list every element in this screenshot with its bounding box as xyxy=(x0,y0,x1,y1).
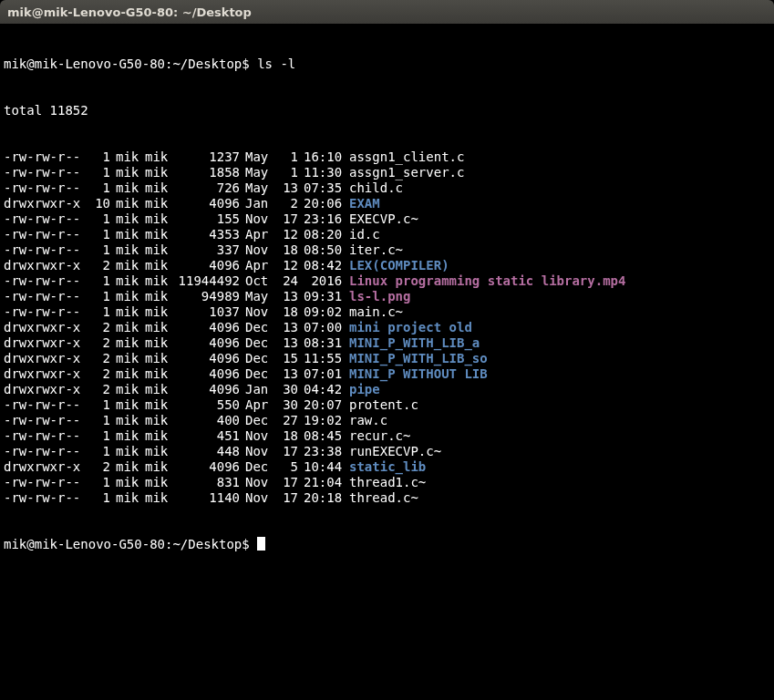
link-count: 1 xyxy=(86,227,110,242)
time: 07:01 xyxy=(304,366,349,382)
filename: id.c xyxy=(349,227,380,242)
file-row: drwxrwxr-x2mikmik4096Dec1308:31MINI_P_WI… xyxy=(4,335,770,351)
time: 08:45 xyxy=(304,428,349,444)
day: 17 xyxy=(274,211,298,227)
perm: -rw-rw-r-- xyxy=(4,165,86,180)
month: Nov xyxy=(245,304,274,320)
size: 550 xyxy=(174,397,240,413)
perm: drwxrwxr-x xyxy=(4,351,86,366)
time: 21:04 xyxy=(304,475,349,490)
size: 4096 xyxy=(174,335,240,351)
group: mik xyxy=(145,459,174,475)
filename: assgn1_client.c xyxy=(349,149,464,165)
perm: -rw-rw-r-- xyxy=(4,428,86,444)
time: 08:42 xyxy=(304,258,349,273)
filename: iter.c~ xyxy=(349,242,403,258)
group: mik xyxy=(145,475,174,490)
size: 1858 xyxy=(174,165,240,180)
size: 4096 xyxy=(174,382,240,397)
perm: -rw-rw-r-- xyxy=(4,444,86,459)
month: Oct xyxy=(245,273,274,289)
size: 448 xyxy=(174,444,240,459)
time: 11:30 xyxy=(304,165,349,180)
perm: drwxrwxr-x xyxy=(4,320,86,335)
day: 13 xyxy=(274,320,298,335)
size: 1037 xyxy=(174,304,240,320)
owner: mik xyxy=(116,196,145,211)
month: Apr xyxy=(245,397,274,413)
file-row: -rw-rw-r--1mikmik451Nov1808:45recur.c~ xyxy=(4,428,770,444)
filename: thread1.c~ xyxy=(349,475,426,490)
filename: LEX(COMPILER) xyxy=(349,258,449,273)
filename: pipe xyxy=(349,382,380,397)
link-count: 1 xyxy=(86,397,110,413)
link-count: 10 xyxy=(86,196,110,211)
size: 451 xyxy=(174,428,240,444)
prompt: mik@mik-Lenovo-G50-80:~/Desktop$ xyxy=(4,57,250,72)
owner: mik xyxy=(116,382,145,397)
window-title: mik@mik-Lenovo-G50-80: ~/Desktop xyxy=(7,5,252,19)
group: mik xyxy=(145,149,174,165)
month: May xyxy=(245,149,274,165)
day: 13 xyxy=(274,335,298,351)
owner: mik xyxy=(116,320,145,335)
day: 12 xyxy=(274,258,298,273)
day: 17 xyxy=(274,444,298,459)
month: Apr xyxy=(245,227,274,242)
owner: mik xyxy=(116,444,145,459)
file-row: drwxrwxr-x2mikmik4096Dec1307:00mini proj… xyxy=(4,320,770,335)
filename: recur.c~ xyxy=(349,428,410,444)
perm: -rw-rw-r-- xyxy=(4,149,86,165)
link-count: 1 xyxy=(86,304,110,320)
cursor[interactable] xyxy=(257,537,265,551)
filename: Linux programming static library.mp4 xyxy=(349,273,625,289)
time: 08:31 xyxy=(304,335,349,351)
prompt-line-empty: mik@mik-Lenovo-G50-80:~/Desktop$ xyxy=(4,537,770,552)
day: 1 xyxy=(274,149,298,165)
terminal-body[interactable]: mik@mik-Lenovo-G50-80:~/Desktop$ ls -l t… xyxy=(0,24,774,700)
filename: child.c xyxy=(349,180,403,196)
owner: mik xyxy=(116,397,145,413)
perm: -rw-rw-r-- xyxy=(4,180,86,196)
link-count: 1 xyxy=(86,490,110,506)
link-count: 2 xyxy=(86,459,110,475)
link-count: 2 xyxy=(86,351,110,366)
month: Nov xyxy=(245,211,274,227)
month: May xyxy=(245,289,274,304)
size: 11944492 xyxy=(174,273,240,289)
owner: mik xyxy=(116,428,145,444)
month: Dec xyxy=(245,320,274,335)
perm: drwxrwxr-x xyxy=(4,335,86,351)
size: 4096 xyxy=(174,258,240,273)
link-count: 2 xyxy=(86,258,110,273)
file-row: -rw-rw-r--1mikmik1237May116:10assgn1_cli… xyxy=(4,149,770,165)
perm: drwxrwxr-x xyxy=(4,258,86,273)
size: 1140 xyxy=(174,490,240,506)
perm: drwxrwxr-x xyxy=(4,382,86,397)
time: 07:35 xyxy=(304,180,349,196)
day: 13 xyxy=(274,180,298,196)
month: May xyxy=(245,180,274,196)
day: 30 xyxy=(274,397,298,413)
total-value: total 11852 xyxy=(4,103,88,118)
group: mik xyxy=(145,289,174,304)
time: 20:18 xyxy=(304,490,349,506)
time: 23:38 xyxy=(304,444,349,459)
file-row: -rw-rw-r--1mikmik400Dec2719:02raw.c xyxy=(4,413,770,428)
link-count: 2 xyxy=(86,335,110,351)
owner: mik xyxy=(116,366,145,382)
perm: -rw-rw-r-- xyxy=(4,289,86,304)
file-row: drwxrwxr-x2mikmik4096Dec1307:01MINI_P WI… xyxy=(4,366,770,382)
owner: mik xyxy=(116,165,145,180)
file-row: drwxrwxr-x2mikmik4096Dec510:44static_lib xyxy=(4,459,770,475)
filename: static_lib xyxy=(349,459,426,475)
time: 08:50 xyxy=(304,242,349,258)
group: mik xyxy=(145,428,174,444)
file-row: -rw-rw-r--1mikmik1858May111:30assgn1_ser… xyxy=(4,165,770,180)
file-row: drwxrwxr-x2mikmik4096Dec1511:55MINI_P_WI… xyxy=(4,351,770,366)
link-count: 1 xyxy=(86,165,110,180)
group: mik xyxy=(145,242,174,258)
perm: -rw-rw-r-- xyxy=(4,211,86,227)
owner: mik xyxy=(116,351,145,366)
perm: drwxrwxr-x xyxy=(4,366,86,382)
